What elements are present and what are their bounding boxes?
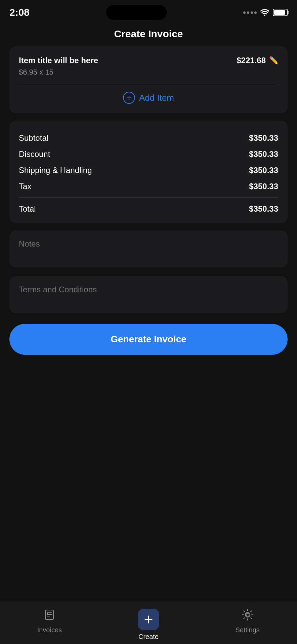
discount-label: Discount: [19, 149, 50, 159]
items-card: Item title will be here $221.68 ✏️ $6.95…: [9, 46, 288, 113]
generate-invoice-button[interactable]: Generate Invoice: [9, 324, 288, 355]
battery-icon: [273, 9, 288, 16]
nav-item-create[interactable]: Create: [128, 609, 169, 641]
shipping-row: Shipping & Handling $350.33: [19, 162, 278, 178]
add-icon: +: [123, 92, 135, 104]
item-divider: [19, 84, 278, 84]
notes-input[interactable]: [9, 230, 288, 267]
item-title: Item title will be here: [19, 56, 98, 65]
summary-card: Subtotal $350.33 Discount $350.33 Shippi…: [9, 121, 288, 223]
shipping-value: $350.33: [249, 166, 278, 175]
dynamic-island: [106, 5, 167, 20]
main-content: Item title will be here $221.68 ✏️ $6.95…: [0, 46, 297, 427]
total-row: Total $350.33: [19, 200, 278, 214]
settings-nav-label: Settings: [236, 626, 260, 634]
page-title: Create Invoice: [0, 28, 297, 40]
svg-point-7: [246, 613, 249, 616]
edit-icon[interactable]: ✏️: [269, 56, 278, 65]
item-row: Item title will be here $221.68 ✏️: [19, 56, 278, 65]
status-icons: [243, 9, 288, 16]
create-nav-label: Create: [138, 633, 159, 641]
total-label: Total: [19, 204, 36, 214]
add-item-label: Add Item: [139, 93, 174, 103]
svg-rect-4: [47, 612, 48, 614]
tax-row: Tax $350.33: [19, 178, 278, 195]
subtotal-label: Subtotal: [19, 133, 48, 143]
item-quantity: $6.95 x 15: [19, 68, 278, 77]
signal-icon: [243, 11, 257, 14]
item-price-container: $221.68 ✏️: [237, 56, 278, 65]
nav-item-invoices[interactable]: Invoices: [29, 609, 70, 634]
subtotal-value: $350.33: [249, 133, 278, 143]
item-price: $221.68: [237, 56, 266, 65]
nav-item-settings[interactable]: Settings: [227, 609, 268, 634]
invoices-icon: [43, 609, 55, 624]
total-divider: [19, 197, 278, 198]
status-bar: 2:08: [0, 0, 297, 20]
total-value: $350.33: [249, 204, 278, 214]
tax-label: Tax: [19, 182, 31, 191]
discount-row: Discount $350.33: [19, 146, 278, 162]
wifi-icon: [260, 9, 269, 16]
create-icon: [138, 609, 159, 630]
terms-input[interactable]: [9, 276, 288, 313]
invoices-nav-label: Invoices: [37, 626, 62, 634]
settings-icon: [242, 609, 254, 624]
tax-value: $350.33: [249, 182, 278, 191]
add-item-button[interactable]: + Add Item: [19, 92, 278, 104]
subtotal-row: Subtotal $350.33: [19, 130, 278, 146]
shipping-label: Shipping & Handling: [19, 166, 92, 175]
discount-value: $350.33: [249, 149, 278, 159]
status-time: 2:08: [9, 7, 30, 18]
page-title-container: Create Invoice: [0, 20, 297, 46]
item-quantity-text: $6.95 x 15: [19, 68, 53, 76]
bottom-navigation: Invoices Create Settings: [0, 602, 297, 644]
